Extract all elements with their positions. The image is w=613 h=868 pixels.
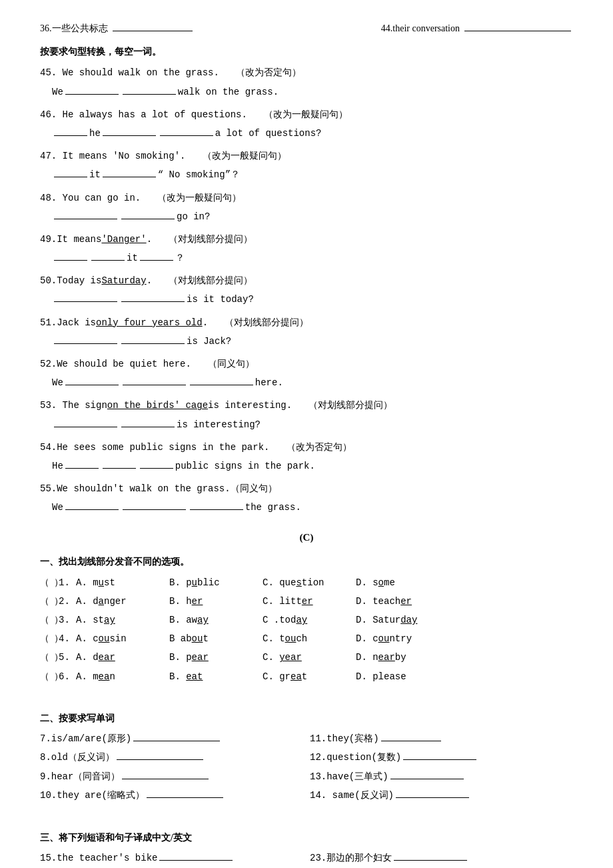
choice-paren-3[interactable]: （ ） <box>40 611 59 628</box>
sentence-51-transform: is Jack? <box>40 333 573 350</box>
blank-54-3[interactable] <box>140 458 173 469</box>
sentence-49-transform: it ？ <box>40 250 573 267</box>
choice-row-3: （ ） 3. A. stay B. away C .today D. Satur… <box>40 611 573 629</box>
word-fill-7: 7.is/am/are(原形) <box>40 731 303 747</box>
sentence-50: 50.Today is Saturday . （对划线部分提问） is it t… <box>40 272 573 308</box>
word-fill-8: 8.old（反义词） <box>40 749 303 766</box>
sentence-51-original: 51.Jack is only four years old . （对划线部分提… <box>40 314 573 331</box>
sentence-46-original: 46. He always has a lot of questions. （改… <box>40 106 573 123</box>
choice-row-5: （ ） 5. A. dear B. pear C. year D. nearby <box>40 649 573 666</box>
sentence-45: 45. We should walk on the grass. （改为否定句）… <box>40 64 573 100</box>
blank-8[interactable] <box>117 749 203 760</box>
blank-51-1[interactable] <box>54 333 117 344</box>
trans-15: 15.the teacher's bike <box>40 850 303 867</box>
choice-paren-5[interactable]: （ ） <box>40 649 59 665</box>
blank-47-1[interactable] <box>54 167 87 177</box>
part1-title: 一、找出划线部分发音不同的选项。 <box>40 553 573 570</box>
blank-52-3[interactable] <box>190 375 253 385</box>
blank-15[interactable] <box>159 850 233 861</box>
blank-54-2[interactable] <box>103 458 136 469</box>
sentence-52: 52.We should be quiet here. （同义句） We her… <box>40 355 573 391</box>
blank-13[interactable] <box>390 769 464 779</box>
blank-52-2[interactable] <box>123 375 186 385</box>
blank-52-1[interactable] <box>65 375 119 385</box>
sentence-49: 49.It means 'Danger' . （对划线部分提问） it ？ <box>40 231 573 267</box>
sentence-53: 53. The sign on the birds' cage is inter… <box>40 397 573 433</box>
blank-53-2[interactable] <box>121 417 175 427</box>
blank-45-2[interactable] <box>123 84 176 95</box>
blank-48-2[interactable] <box>121 209 175 219</box>
blank-50-1[interactable] <box>54 291 117 302</box>
sentence-50-transform: is it today? <box>40 291 573 308</box>
sentence-47-original: 47. It means 'No smoking'. （改为一般疑问句） <box>40 147 573 165</box>
item-44: 44.their conversation <box>381 20 573 37</box>
blank-49-2[interactable] <box>91 250 125 261</box>
choice-row-1: （ ） 1. A. must B. public C. question D. … <box>40 574 573 591</box>
blank-51-2[interactable] <box>121 333 185 344</box>
blank-48-1[interactable] <box>54 209 117 219</box>
word-fill-12: 12.question(复数) <box>310 749 573 766</box>
blank-9[interactable] <box>122 769 209 779</box>
word-fill-section: 7.is/am/are(原形) 11.they(宾格) 8.old（反义词） 1… <box>40 731 573 806</box>
sentence-46: 46. He always has a lot of questions. （改… <box>40 106 573 142</box>
sentence-54-transform: He public signs in the park. <box>40 458 573 475</box>
blank-14[interactable] <box>396 787 469 798</box>
sentence-46-transform: he a lot of questions? <box>40 125 573 142</box>
blank-10[interactable] <box>147 787 223 798</box>
blank-50-2[interactable] <box>121 291 185 302</box>
word-fill-11: 11.they(宾格) <box>310 731 573 747</box>
sentence-48: 48. You can go in. （改为一般疑问句） go in? <box>40 189 573 225</box>
blank-46-2[interactable] <box>103 125 156 136</box>
sentence-45-transform: We walk on the grass. <box>40 84 573 101</box>
blank-44[interactable] <box>464 21 571 31</box>
translation-section: 15.the teacher's bike 23.那边的那个妇女 16. the… <box>40 850 573 868</box>
blank-55-3[interactable] <box>190 499 243 510</box>
sentence-51: 51.Jack is only four years old . （对划线部分提… <box>40 314 573 350</box>
sentence-50-original: 50.Today is Saturday . （对划线部分提问） <box>40 272 573 289</box>
sentence-55: 55.We shouldn't walk on the grass. （同义句）… <box>40 480 573 516</box>
blank-11[interactable] <box>381 731 441 741</box>
word-fill-13: 13.have(三单式) <box>310 769 573 785</box>
word-fill-10: 10.they are(缩略式） <box>40 787 303 804</box>
trans-23: 23.那边的那个妇女 <box>310 850 573 867</box>
section-c-title: (C) <box>40 529 573 547</box>
sentence-48-original: 48. You can go in. （改为一般疑问句） <box>40 189 573 207</box>
sentence-52-original: 52.We should be quiet here. （同义句） <box>40 355 573 373</box>
blank-46-1[interactable] <box>54 125 87 136</box>
choice-paren-2[interactable]: （ ） <box>40 593 59 609</box>
blank-55-1[interactable] <box>65 499 119 510</box>
sentence-47-transform: it “ No smoking”？ <box>40 167 573 183</box>
blank-55-2[interactable] <box>123 499 186 510</box>
word-fill-9: 9.hear（同音词） <box>40 769 303 785</box>
part2-title: 二、按要求写单词 <box>40 710 573 727</box>
choice-row-4: （ ） 4. A. cousin B about C. touch D. cou… <box>40 630 573 647</box>
sentence-52-transform: We here. <box>40 375 573 391</box>
blank-46-3[interactable] <box>160 125 213 136</box>
choice-paren-1[interactable]: （ ） <box>40 574 59 591</box>
sentence-45-original: 45. We should walk on the grass. （改为否定句） <box>40 64 573 81</box>
blank-45-1[interactable] <box>65 84 119 95</box>
sentence-54: 54.He sees some public signs in the park… <box>40 439 573 475</box>
sentence-55-transform: We the grass. <box>40 499 573 516</box>
choice-row-6: （ ） 6. A. mean B. eat C. great D. please <box>40 668 573 685</box>
choice-paren-6[interactable]: （ ） <box>40 668 59 685</box>
item-44-label: 44.their conversation <box>381 20 460 37</box>
blank-12[interactable] <box>403 749 476 760</box>
blank-49-3[interactable] <box>140 250 173 261</box>
word-fill-14: 14. same(反义词) <box>310 787 573 804</box>
blank-53-1[interactable] <box>54 417 117 427</box>
sentence-49-original: 49.It means 'Danger' . （对划线部分提问） <box>40 231 573 248</box>
blank-7[interactable] <box>133 731 220 741</box>
blank-54-1[interactable] <box>65 458 99 469</box>
choice-row-2: （ ） 2. A. danger B. her C. litter D. tea… <box>40 593 573 610</box>
blank-49-1[interactable] <box>54 250 87 261</box>
item-36: 36.一些公共标志 <box>40 20 195 37</box>
blank-36[interactable] <box>113 21 193 31</box>
blank-23[interactable] <box>394 850 467 861</box>
sentence-53-original: 53. The sign on the birds' cage is inter… <box>40 397 573 414</box>
sentence-54-original: 54.He sees some public signs in the park… <box>40 439 573 456</box>
sentence-47: 47. It means 'No smoking'. （改为一般疑问句） it … <box>40 147 573 183</box>
choice-paren-4[interactable]: （ ） <box>40 630 59 647</box>
blank-47-2[interactable] <box>103 167 156 177</box>
sentence-48-transform: go in? <box>40 209 573 225</box>
